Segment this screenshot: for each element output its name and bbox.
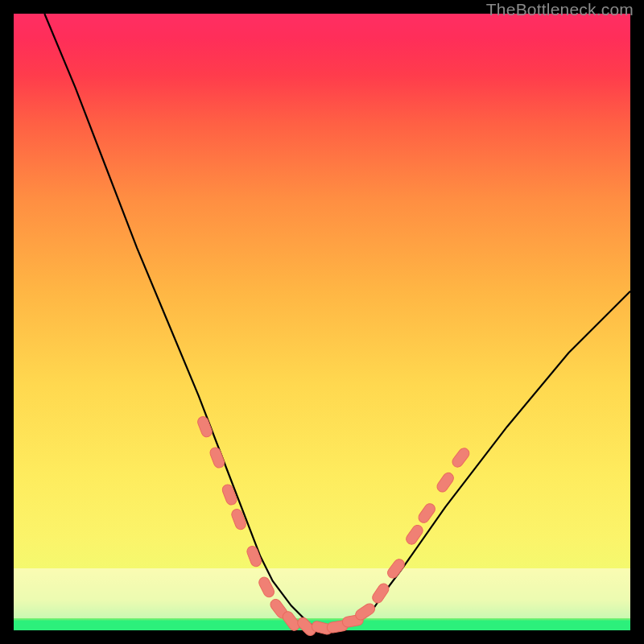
- watermark-text: TheBottleneck.com: [486, 0, 634, 19]
- valley-markers: [196, 415, 472, 638]
- chart-frame: TheBottleneck.com: [0, 0, 644, 644]
- marker-pill: [386, 557, 407, 580]
- marker-pill: [230, 508, 247, 531]
- curve-svg: [14, 14, 630, 630]
- marker-pill: [450, 446, 471, 469]
- marker-pill: [257, 576, 275, 599]
- marker-pill: [404, 523, 425, 547]
- marker-pill: [416, 502, 437, 525]
- bottleneck-curve: [44, 14, 630, 627]
- marker-pill: [221, 483, 237, 506]
- marker-pill: [370, 582, 390, 605]
- marker-pill: [435, 471, 456, 494]
